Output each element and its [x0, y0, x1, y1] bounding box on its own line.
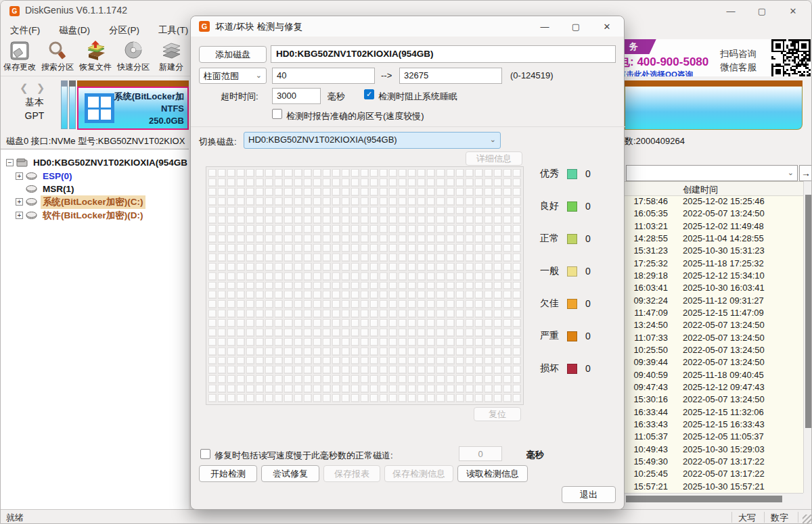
table-row[interactable]: 18:29:182025-12-12 15:34:10 — [625, 270, 803, 283]
block-cell — [399, 319, 407, 327]
table-row[interactable]: 15:31:232025-10-30 15:31:23 — [625, 245, 803, 258]
block-cell — [313, 235, 321, 243]
partition-block-right[interactable] — [625, 87, 803, 130]
new-partition-button[interactable]: 新建分 — [152, 39, 190, 76]
accurate-sector-checkbox[interactable] — [272, 109, 282, 119]
table-row[interactable]: 16:05:352022-05-07 13:24:50 — [625, 208, 803, 220]
block-cell — [513, 385, 521, 393]
table-row[interactable]: 09:32:242025-11-12 09:31:27 — [625, 295, 803, 308]
block-cell — [427, 348, 435, 356]
table-row[interactable]: 09:47:432025-12-12 09:47:43 — [625, 382, 803, 394]
prevent-sleep-label[interactable]: 检测时阻止系统睡眠 — [378, 91, 457, 103]
tree-item-disk[interactable]: − HD0:KBG50ZNV1T02KIOXIA(954GB — [6, 156, 189, 169]
block-cell — [246, 244, 254, 252]
table-header[interactable]: 创建时间 — [625, 182, 803, 196]
esp-partition-bar[interactable] — [61, 80, 68, 129]
tree-item-software-d[interactable]: + 软件(BitLocker加密)(D:) — [16, 209, 145, 222]
block-cell — [284, 338, 292, 346]
load-scan-info-button[interactable]: 读取检测信息 — [457, 465, 528, 482]
table-row[interactable]: 09:40:592025-11-18 09:40:45 — [625, 370, 803, 382]
block-cell — [208, 357, 217, 365]
dialog-maximize-button[interactable]: ▢ — [560, 17, 591, 36]
table-row[interactable]: 10:25:502022-05-07 13:24:50 — [625, 345, 803, 357]
menu-disk[interactable]: 磁盘(D) — [49, 21, 99, 39]
block-cell — [475, 178, 483, 187]
start-scan-button[interactable]: 开始检测 — [199, 465, 257, 482]
table-row[interactable]: 17:25:322025-11-18 17:25:32 — [625, 258, 803, 270]
horizontal-scrollbar[interactable] — [625, 493, 803, 504]
disk-list[interactable]: HD0:KBG50ZNV1T02KIOXIA(954GB) — [271, 45, 616, 63]
minimize-button[interactable]: — — [715, 1, 746, 21]
table-row[interactable]: 16:33:442025-12-15 11:32:06 — [625, 407, 803, 419]
prevent-sleep-checkbox[interactable] — [364, 89, 374, 99]
recover-files-button[interactable]: 恢复文件 — [76, 39, 114, 76]
exit-button[interactable]: 退出 — [562, 486, 616, 503]
resize-grip[interactable] — [803, 515, 811, 523]
table-row[interactable]: 11:07:332022-05-07 13:24:50 — [625, 333, 803, 345]
created-cell: 2025-11-18 17:25:32 — [683, 258, 764, 270]
table-row[interactable]: 10:49:432025-10-30 15:29:03 — [625, 444, 803, 456]
accurate-sector-label[interactable]: 检测时报告准确的扇区号(速度较慢) — [286, 110, 424, 122]
table-row[interactable]: 15:49:302022-05-07 13:17:22 — [625, 456, 803, 469]
table-row[interactable]: 17:58:462025-12-02 15:25:46 — [625, 196, 803, 208]
block-cell — [218, 178, 226, 187]
block-cell — [380, 291, 388, 299]
scrollbar-thumb[interactable] — [626, 496, 782, 502]
quick-partition-button[interactable]: 快速分区 — [114, 39, 152, 76]
volume-icon — [26, 211, 37, 220]
maximize-button[interactable]: ▢ — [746, 1, 777, 21]
range-mode-combobox[interactable]: 柱面范围⌄ — [199, 68, 267, 84]
dialog-close-button[interactable]: ✕ — [591, 17, 623, 36]
table-row[interactable]: 15:30:162022-05-07 13:24:50 — [625, 394, 803, 406]
expander-icon[interactable]: + — [16, 198, 23, 206]
block-cell — [332, 263, 340, 271]
range-end-input[interactable]: 32675 — [399, 68, 502, 84]
block-cell — [389, 216, 397, 224]
table-row[interactable]: 15:57:212025-10-30 15:57:21 — [625, 481, 803, 493]
table-row[interactable]: 10:25:452022-05-07 13:17:22 — [625, 469, 803, 481]
timeout-input[interactable]: 3000 — [272, 88, 321, 104]
tree-item-esp[interactable]: + ESP(0) — [16, 170, 74, 183]
table-row[interactable]: 09:39:442022-05-07 13:24:50 — [625, 357, 803, 369]
msr-partition-bar[interactable] — [69, 80, 76, 129]
repair-slow-checkbox[interactable] — [200, 449, 210, 459]
vertical-scrollbar[interactable] — [803, 181, 812, 493]
block-cell — [304, 178, 312, 187]
created-time-header[interactable]: 创建时间 — [683, 184, 718, 196]
block-cell — [494, 357, 502, 365]
menu-partition[interactable]: 分区(P) — [99, 21, 149, 39]
range-start-input[interactable]: 40 — [272, 68, 375, 84]
time-cell: 16:03:41 — [625, 283, 668, 295]
switch-disk-combobox[interactable]: HD0:KBG50ZNV1T02KIOXIA(954GB)⌄ — [244, 132, 501, 149]
menu-file[interactable]: 文件(F) — [1, 21, 49, 39]
dialog-minimize-button[interactable]: — — [529, 17, 560, 36]
path-dropdown[interactable]: ⌄ — [626, 165, 798, 181]
block-cell — [447, 338, 455, 346]
table-row[interactable]: 11:05:372025-12-05 11:05:37 — [625, 431, 803, 444]
system-partition-block[interactable]: 系统(BitLocker加 NTFS 250.0GB — [77, 87, 189, 130]
go-button[interactable]: → — [799, 165, 812, 181]
tree-item-msr[interactable]: MSR(1) — [16, 183, 76, 195]
table-row[interactable]: 13:24:502022-05-07 13:24:50 — [625, 320, 803, 332]
table-row[interactable]: 14:28:552025-11-04 14:28:55 — [625, 233, 803, 245]
table-row[interactable]: 16:03:412025-10-30 16:03:41 — [625, 283, 803, 295]
block-cell — [427, 319, 435, 327]
legend-item: 良好0 — [540, 190, 621, 222]
expander-icon[interactable]: + — [16, 172, 23, 180]
scrollbar-thumb[interactable] — [805, 195, 812, 428]
table-row[interactable]: 11:03:212025-12-02 11:49:48 — [625, 221, 803, 233]
expander-icon[interactable]: + — [16, 212, 23, 219]
tree-item-system-c[interactable]: + 系统(BitLocker加密)(C:) — [16, 195, 145, 208]
legend-swatch — [567, 364, 577, 374]
block-cell — [284, 235, 292, 243]
table-row[interactable]: 11:47:092025-12-15 11:47:09 — [625, 308, 803, 320]
table-row[interactable]: 16:33:432025-12-15 16:33:43 — [625, 419, 803, 431]
expander-icon[interactable]: − — [6, 159, 14, 166]
try-repair-button[interactable]: 尝试修复 — [261, 465, 319, 482]
nav-arrows-icon[interactable]: ❮ ❯ — [20, 82, 47, 94]
save-changes-button[interactable]: 保存更改 — [1, 39, 39, 76]
add-disk-button[interactable]: 添加磁盘 — [199, 46, 267, 63]
repair-slow-label[interactable]: 修复时包括读写速度慢于此毫秒数的正常磁道: — [215, 450, 393, 462]
search-partition-button[interactable]: 搜索分区 — [39, 39, 76, 76]
close-button[interactable]: ✕ — [777, 1, 809, 21]
